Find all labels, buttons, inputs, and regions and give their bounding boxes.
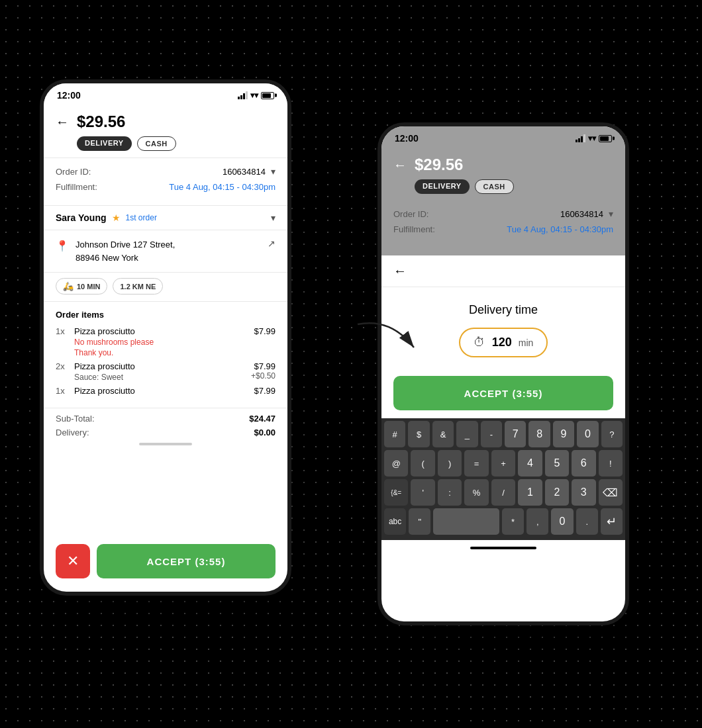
external-link-icon[interactable]: ↗ (268, 238, 276, 249)
key-1[interactable]: 1 (518, 479, 542, 506)
time-tag: 10 MIN (77, 283, 100, 291)
right-order-id-value: 160634814 (560, 209, 603, 219)
keyboard: # $ & _ - 7 8 9 0 ? @ ( ) = + 4 5 6 ! (381, 418, 625, 540)
key-slash[interactable]: / (491, 479, 515, 506)
order-id-chevron[interactable]: ▾ (271, 166, 276, 177)
fulfillment-label: Fulfillment: (56, 182, 97, 192)
keyboard-row-4: abc " * , 0 . ↵ (384, 508, 623, 535)
key-0-top[interactable]: 0 (577, 421, 598, 447)
key-abc-switch[interactable]: abc (384, 508, 406, 535)
signal-icon (238, 91, 248, 99)
key-at[interactable]: @ (384, 450, 408, 477)
keyboard-row-3: {&= ' : % / 1 2 3 ⌫ (384, 479, 623, 506)
key-plus[interactable]: + (491, 450, 515, 477)
left-phone: 12:00 ▾▾ ← $29.56 DELIVERY CASH (40, 79, 291, 596)
address-line1: Johnson Drive 127 Street, (75, 238, 175, 251)
key-equals[interactable]: = (464, 450, 488, 477)
right-accept-label: ACCEPT (3:55) (464, 388, 543, 399)
key-period[interactable]: . (576, 508, 598, 535)
key-8[interactable]: 8 (528, 421, 550, 447)
key-dollar[interactable]: $ (408, 421, 429, 447)
star-icon: ★ (112, 212, 121, 223)
key-closeparen[interactable]: ) (438, 450, 462, 477)
right-status-bar: 12:00 ▾▾ (381, 126, 625, 148)
customer-row[interactable]: Sara Young ★ 1st order ▾ (44, 205, 287, 230)
time-unit: min (519, 338, 534, 348)
delivery-value: $0.00 (254, 428, 276, 437)
close-icon: ✕ (67, 553, 79, 570)
key-colon[interactable]: : (438, 479, 462, 506)
key-hash[interactable]: # (384, 421, 405, 447)
item2-qty: 2x (56, 361, 69, 371)
key-doublequote[interactable]: " (409, 508, 430, 535)
key-openparen[interactable]: ( (411, 450, 434, 477)
delivery-label: Delivery: (56, 428, 89, 437)
order-item-1: 1x Pizza prosciutto No mushrooms please … (56, 326, 276, 357)
key-underscore[interactable]: _ (456, 421, 477, 447)
address-line2: 88946 New York (75, 251, 175, 265)
item2-modifier-price: +$0.50 (251, 371, 276, 381)
time-input-box[interactable]: ⏱ 120 min (459, 328, 548, 357)
key-percent[interactable]: % (464, 479, 488, 506)
item3-price: $7.99 (254, 386, 276, 396)
key-2[interactable]: 2 (545, 479, 569, 506)
right-order-id-chevron[interactable]: ▾ (609, 208, 613, 219)
key-3[interactable]: 3 (572, 479, 595, 506)
key-quote[interactable]: ' (411, 479, 434, 506)
key-4[interactable]: 4 (518, 450, 542, 477)
key-6[interactable]: 6 (572, 450, 595, 477)
item3-qty: 1x (56, 386, 69, 396)
order-items-section: Order items 1x Pizza prosciutto No mushr… (44, 302, 287, 408)
order-id-label: Order ID: (56, 167, 91, 177)
right-order-amount: $29.56 (415, 156, 463, 174)
order-item-2: 2x Pizza prosciutto Sauce: Sweet $7.99 +… (56, 361, 276, 382)
subtotal-value: $24.47 (249, 414, 276, 424)
delivery-time-title: Delivery time (393, 303, 613, 317)
scroll-indicator (139, 443, 192, 445)
right-wifi-icon: ▾▾ (588, 134, 596, 143)
bottom-buttons: ✕ ACCEPT (3:55) (44, 544, 287, 578)
right-accept-button[interactable]: ACCEPT (3:55) (393, 376, 613, 410)
key-dash[interactable]: - (481, 421, 502, 447)
key-9[interactable]: 9 (553, 421, 574, 447)
left-accept-button[interactable]: ACCEPT (3:55) (97, 544, 276, 578)
key-5[interactable]: 5 (545, 450, 569, 477)
first-order-badge: 1st order (126, 213, 157, 222)
left-time: 12:00 (57, 90, 81, 101)
left-back-button[interactable]: ← (56, 114, 69, 130)
right-phone: 12:00 ▾▾ ← $29.56 DELIV (377, 122, 629, 625)
reject-button[interactable]: ✕ (56, 544, 90, 578)
address-row: 📍 Johnson Drive 127 Street, 88946 New Yo… (44, 230, 287, 273)
key-ampersand[interactable]: & (432, 421, 454, 447)
right-back-button[interactable]: ← (393, 158, 407, 173)
wifi-icon: ▾▾ (250, 91, 258, 100)
key-exclaim[interactable]: ! (599, 450, 623, 477)
key-asterisk[interactable]: * (502, 508, 524, 535)
right-order-details: Order ID: 160634814 ▾ Fulfillment: Tue 4… (381, 201, 625, 248)
key-7[interactable]: 7 (505, 421, 526, 447)
key-symbols-switch[interactable]: {&= (384, 479, 408, 506)
left-status-icons: ▾▾ (238, 91, 274, 100)
item2-price: $7.99 (251, 361, 276, 371)
customer-chevron[interactable]: ▾ (271, 212, 276, 223)
key-0-bottom[interactable]: 0 (551, 508, 573, 535)
key-space[interactable] (433, 508, 499, 535)
order-items-title: Order items (56, 310, 276, 320)
right-cash-tag: CASH (475, 179, 514, 194)
keyboard-row-1: # $ & _ - 7 8 9 0 ? (384, 421, 623, 447)
keyboard-row-2: @ ( ) = + 4 5 6 ! (384, 450, 623, 477)
key-backspace[interactable]: ⌫ (599, 479, 623, 506)
key-return[interactable]: ↵ (601, 508, 623, 535)
item1-name: Pizza prosciutto (74, 326, 154, 336)
item2-name: Pizza prosciutto (74, 361, 135, 371)
item3-name: Pizza prosciutto (74, 386, 135, 396)
key-comma[interactable]: , (526, 508, 548, 535)
item1-qty: 1x (56, 326, 69, 336)
right-status-icons: ▾▾ (576, 134, 612, 143)
home-indicator (470, 547, 536, 549)
left-order-amount: $29.56 (77, 113, 125, 131)
phone-bottom-bar (381, 540, 625, 556)
key-question[interactable]: ? (601, 421, 623, 447)
time-value: 120 (492, 336, 512, 349)
right-sub-back-button[interactable]: ← (393, 263, 407, 279)
